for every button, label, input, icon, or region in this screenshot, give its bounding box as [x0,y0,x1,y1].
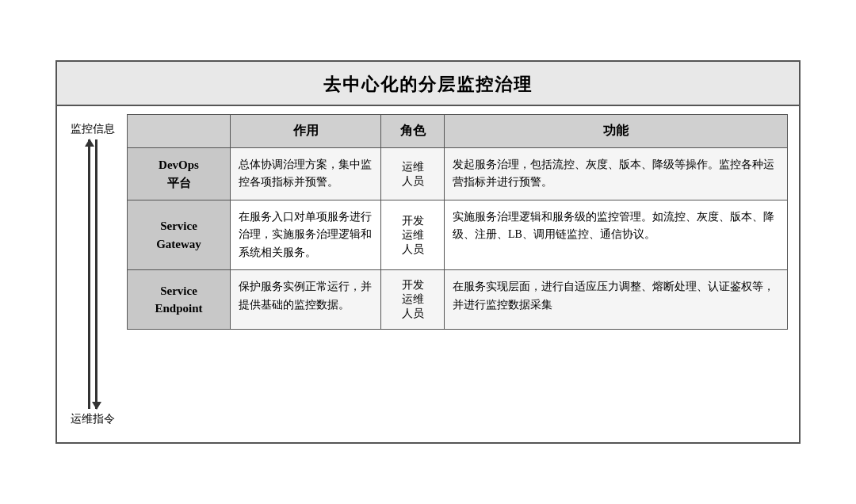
role-cell: 开发 运维 人员 [381,200,445,270]
table-area: 作用 角色 功能 DevOps 平台总体协调治理方案，集中监控各项指标并预警。运… [120,114,799,434]
table-row: Service Gateway在服务入口对单项服务进行治理，实施服务治理逻辑和系… [128,200,788,270]
content-area: 监控信息 运维指令 作用 角色 功能 DevOps 平台总体协调治 [57,106,799,442]
component-cell: Service Endpoint [128,270,231,330]
description-cell: 总体协调治理方案，集中监控各项指标并预警。 [231,148,381,200]
component-cell: Service Gateway [128,200,231,270]
role-cell: 运维 人员 [381,148,445,200]
function-cell: 在服务实现层面，进行自适应压力调整、熔断处理、认证鉴权等，并进行监控数据采集 [445,270,788,330]
role-cell: 开发 运维 人员 [381,270,445,330]
function-cell: 实施服务治理逻辑和服务级的监控管理。如流控、灰度、版本、降级、注册、LB、调用链… [445,200,788,270]
arrow-shaft-container [88,139,97,409]
down-arrow-line [95,139,97,409]
function-cell: 发起服务治理，包括流控、灰度、版本、降级等操作。监控各种运营指标并进行预警。 [445,148,788,200]
header-function: 功能 [445,115,788,148]
main-table: 作用 角色 功能 DevOps 平台总体协调治理方案，集中监控各项指标并预警。运… [127,114,788,330]
component-cell: DevOps 平台 [128,148,231,200]
up-arrow-line [88,139,90,409]
header-role: 角色 [381,115,445,148]
arrow-label-top: 监控信息 [71,122,115,136]
table-row: Service Endpoint保护服务实例正常运行，并提供基础的监控数据。开发… [128,270,788,330]
table-header-row: 作用 角色 功能 [128,115,788,148]
page-title: 去中心化的分层监控治理 [57,62,799,106]
left-arrows-panel: 监控信息 运维指令 [57,114,120,434]
header-component [128,115,231,148]
arrow-label-bottom: 运维指令 [71,412,115,426]
table-row: DevOps 平台总体协调治理方案，集中监控各项指标并预警。运维 人员发起服务治… [128,148,788,200]
main-container: 去中心化的分层监控治理 监控信息 运维指令 作用 角色 功能 [55,60,801,444]
description-cell: 保护服务实例正常运行，并提供基础的监控数据。 [231,270,381,330]
header-description: 作用 [231,115,381,148]
description-cell: 在服务入口对单项服务进行治理，实施服务治理逻辑和系统相关服务。 [231,200,381,270]
